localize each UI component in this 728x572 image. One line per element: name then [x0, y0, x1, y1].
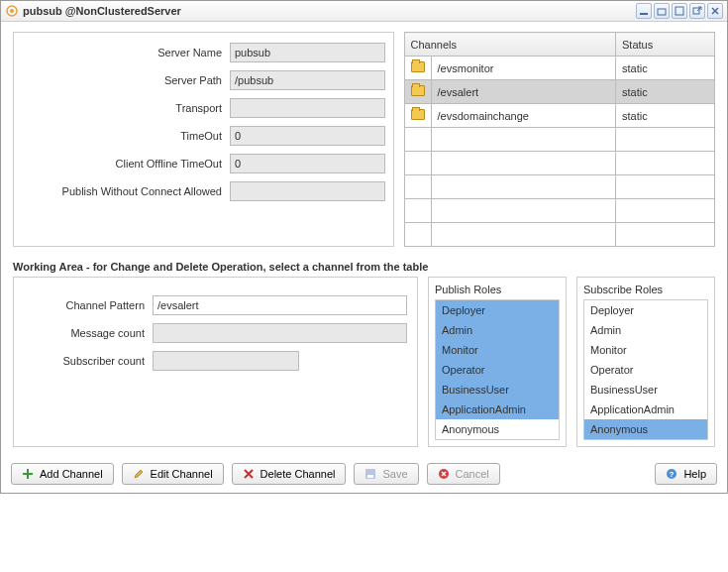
folder-icon [411, 85, 425, 96]
svg-rect-7 [23, 473, 33, 475]
table-row[interactable] [404, 128, 714, 152]
subscribe-roles-title: Subscribe Roles [583, 284, 708, 295]
working-area-panel: Channel Pattern Message count Subscriber… [13, 277, 418, 447]
role-item[interactable]: ApplicationAdmin [584, 400, 707, 419]
delete-channel-button[interactable]: Delete Channel [232, 463, 347, 485]
table-row[interactable]: /evsmonitorstatic [404, 57, 714, 80]
role-item[interactable]: Anonymous [584, 419, 707, 439]
help-label: Help [683, 468, 706, 480]
channels-table-panel: Channels Status /evsmonitorstatic/evsale… [404, 32, 715, 247]
publish-allowed-field[interactable] [230, 181, 385, 201]
channel-icon-cell [404, 223, 431, 247]
transport-label: Transport [22, 102, 230, 114]
table-row[interactable] [404, 175, 714, 199]
channel-icon-cell [404, 104, 431, 128]
server-path-field[interactable] [230, 70, 385, 90]
minimize-button[interactable] [636, 3, 652, 19]
channel-status-cell [616, 223, 715, 247]
svg-rect-2 [640, 13, 648, 15]
cancel-icon [438, 468, 450, 480]
svg-rect-3 [658, 9, 666, 15]
channel-icon-cell [404, 175, 431, 199]
table-row[interactable]: /evsalertstatic [404, 80, 714, 104]
subscribe-roles-panel: Subscribe Roles DeployerAdminMonitorOper… [576, 277, 715, 447]
table-row[interactable] [404, 199, 714, 223]
server-name-label: Server Name [22, 47, 230, 58]
svg-rect-4 [676, 7, 683, 15]
role-item[interactable]: Operator [436, 360, 559, 380]
working-area-heading: Working Area - for Change and Delete Ope… [13, 261, 715, 273]
role-item[interactable]: BusinessUser [584, 380, 707, 400]
channel-name-cell: /evsalert [431, 80, 615, 104]
help-icon: ? [666, 468, 677, 480]
channel-name-cell [431, 128, 615, 152]
role-item[interactable]: ApplicationAdmin [436, 400, 559, 419]
save-icon [364, 468, 376, 480]
role-item[interactable]: Admin [584, 320, 707, 340]
svg-point-1 [10, 9, 14, 13]
role-item[interactable]: Deployer [436, 300, 559, 320]
client-timeout-field[interactable] [230, 154, 385, 173]
help-button[interactable]: ? Help [655, 463, 717, 485]
table-row[interactable] [404, 223, 714, 247]
folder-icon [411, 109, 425, 120]
transport-field[interactable] [230, 98, 385, 118]
server-name-field[interactable] [230, 43, 385, 62]
delete-icon [243, 468, 255, 480]
role-item[interactable]: BusinessUser [436, 380, 559, 400]
role-item[interactable]: Deployer [584, 300, 707, 320]
add-channel-label: Add Channel [40, 468, 103, 480]
svg-text:?: ? [670, 470, 675, 479]
restore-button[interactable] [654, 3, 670, 19]
titlebar: pubsub @NonClusteredServer [1, 1, 727, 22]
channel-pattern-field[interactable] [153, 295, 407, 315]
cancel-label: Cancel [456, 468, 489, 480]
channel-status-cell [616, 199, 715, 223]
svg-rect-9 [367, 475, 373, 478]
table-row[interactable] [404, 152, 714, 175]
edit-channel-button[interactable]: Edit Channel [122, 463, 224, 485]
folder-icon [411, 61, 425, 72]
save-button[interactable]: Save [354, 463, 418, 485]
message-count-label: Message count [24, 327, 153, 339]
server-path-label: Server Path [22, 74, 230, 86]
message-count-field[interactable] [153, 323, 407, 343]
detach-button[interactable] [689, 3, 705, 19]
channel-name-cell [431, 152, 615, 175]
channel-status-cell: static [616, 80, 715, 104]
publish-roles-list: DeployerAdminMonitorOperatorBusinessUser… [435, 299, 560, 440]
table-row[interactable]: /evsdomainchangestatic [404, 104, 714, 128]
maximize-button[interactable] [672, 3, 687, 19]
publish-roles-title: Publish Roles [435, 284, 560, 295]
toolbar: Add Channel Edit Channel Delete Channel … [1, 455, 727, 493]
edit-channel-label: Edit Channel [151, 468, 213, 480]
role-item[interactable]: Monitor [436, 340, 559, 360]
channel-name-cell: /evsmonitor [431, 57, 615, 80]
timeout-label: TimeOut [22, 130, 230, 142]
subscriber-count-field[interactable] [153, 351, 299, 371]
subscribe-roles-list: DeployerAdminMonitorOperatorBusinessUser… [583, 299, 708, 440]
channel-status-cell [616, 152, 715, 175]
role-item[interactable]: Monitor [584, 340, 707, 360]
close-button[interactable] [707, 3, 723, 19]
timeout-field[interactable] [230, 126, 385, 146]
role-item[interactable]: Admin [436, 320, 559, 340]
channels-table: Channels Status /evsmonitorstatic/evsale… [404, 32, 715, 247]
channel-status-cell: static [616, 104, 715, 128]
add-channel-button[interactable]: Add Channel [11, 463, 114, 485]
channel-name-cell [431, 199, 615, 223]
window-icon [5, 4, 19, 18]
channel-pattern-label: Channel Pattern [24, 299, 153, 311]
channel-icon-cell [404, 128, 431, 152]
role-item[interactable]: Anonymous [436, 419, 559, 439]
save-label: Save [382, 468, 407, 480]
channel-status-cell: static [616, 57, 715, 80]
channel-status-cell [616, 175, 715, 199]
role-item[interactable]: Operator [584, 360, 707, 380]
edit-icon [133, 468, 145, 480]
cancel-button[interactable]: Cancel [427, 463, 500, 485]
status-header[interactable]: Status [616, 33, 715, 57]
channels-header[interactable]: Channels [404, 33, 615, 57]
channel-name-cell [431, 223, 615, 247]
window-title: pubsub @NonClusteredServer [23, 5, 636, 17]
